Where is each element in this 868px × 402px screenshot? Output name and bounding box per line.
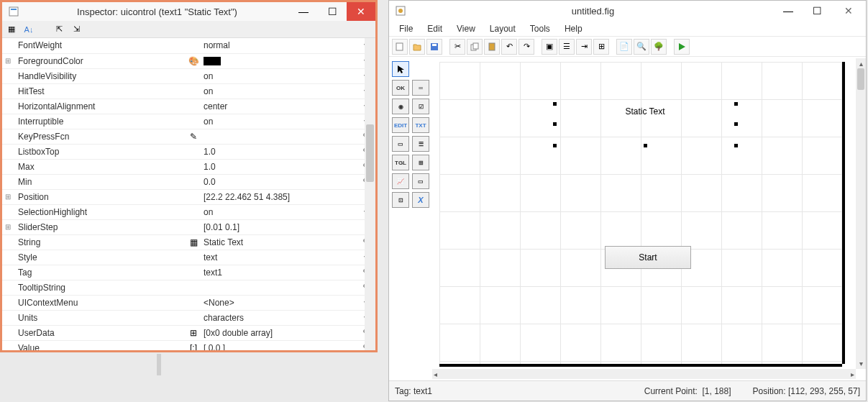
property-value[interactable] [201, 129, 360, 144]
paste-icon[interactable] [484, 39, 500, 55]
property-row[interactable]: Styletext▾ [2, 250, 373, 265]
minimize-button[interactable]: — [289, 2, 318, 21]
mfile-editor-icon[interactable]: 📄 [616, 39, 632, 55]
property-value[interactable]: on [201, 114, 360, 129]
property-row[interactable]: Min0.0✎ [2, 174, 373, 189]
expand-icon[interactable]: ⇱ [52, 23, 65, 36]
palette-activex[interactable]: X [412, 192, 429, 208]
property-row[interactable]: SelectionHighlighton▾ [2, 204, 373, 219]
redo-icon[interactable]: ↷ [518, 39, 534, 55]
property-value[interactable]: on [201, 68, 360, 83]
palette-text[interactable]: TXT [412, 117, 429, 133]
scrollbar-thumb[interactable] [857, 68, 864, 90]
categorize-icon[interactable]: ▦ [5, 23, 18, 36]
toolbar-editor-icon[interactable]: ⊞ [593, 39, 609, 55]
property-type-icon[interactable]: ✎ [186, 129, 201, 144]
property-row[interactable]: Unitscharacters▾ [2, 310, 373, 325]
palette-edit[interactable]: EDIT [392, 117, 409, 133]
property-value[interactable]: [0.01 0.1] [201, 219, 360, 234]
property-row[interactable]: ⊞ForegroundColor🎨▾ [2, 53, 373, 68]
property-value[interactable]: 1.0 [201, 159, 360, 174]
property-value[interactable]: text [201, 250, 360, 265]
property-row[interactable]: Interruptibleon▾ [2, 114, 373, 129]
scrollbar-vertical[interactable] [365, 38, 375, 350]
property-value[interactable]: 1.0 [201, 144, 360, 159]
collapse-icon[interactable]: ⇲ [70, 23, 83, 36]
property-row[interactable]: Tagtext1✎ [2, 265, 373, 280]
property-type-icon[interactable]: [:] [186, 340, 201, 350]
palette-listbox[interactable]: ☰ [412, 136, 429, 152]
open-icon[interactable] [409, 39, 425, 55]
property-row[interactable]: ⊞SliderStep[0.01 0.1] [2, 219, 373, 234]
palette-buttongroup[interactable]: ⊡ [392, 192, 409, 208]
property-row[interactable]: HitTeston▾ [2, 83, 373, 99]
property-value[interactable]: 0.0 [201, 174, 360, 189]
palette-axes[interactable]: 📈 [392, 173, 409, 189]
property-type-icon[interactable]: ▦ [186, 234, 201, 250]
property-row[interactable]: String▦Static Text✎ [2, 234, 373, 250]
sort-az-icon[interactable]: A↓ [22, 23, 35, 36]
object-browser-icon[interactable]: 🌳 [651, 39, 667, 55]
property-value[interactable]: on [201, 204, 360, 219]
property-value[interactable]: characters [201, 310, 360, 325]
property-value[interactable] [201, 280, 360, 295]
fig-close-button[interactable]: ✕ [831, 1, 866, 20]
tab-order-icon[interactable]: ⇥ [576, 39, 592, 55]
resize-handle-e[interactable] [734, 122, 738, 126]
resize-handle-nw[interactable] [553, 102, 557, 106]
palette-panel[interactable]: ▭ [412, 173, 429, 189]
resize-handle-ne[interactable] [734, 102, 738, 106]
expand-toggle[interactable]: ⊞ [2, 189, 14, 204]
save-icon[interactable] [426, 39, 442, 55]
palette-pushbutton[interactable]: OK [392, 80, 409, 96]
run-icon[interactable] [674, 39, 690, 55]
property-value[interactable]: text1 [201, 265, 360, 280]
inspector-titlebar[interactable]: Inspector: uicontrol (text1 "Static Text… [2, 2, 375, 21]
property-row[interactable]: FontWeightnormal▾ [2, 38, 373, 53]
property-type-icon[interactable]: ⊞ [186, 325, 201, 340]
figure-canvas[interactable]: Static Text Start [439, 62, 842, 364]
canvas-scrollbar-horizontal[interactable]: ◂▸ [432, 369, 856, 379]
property-value[interactable]: [ 0.0 ] [201, 340, 360, 350]
property-row[interactable]: HandleVisibilityon▾ [2, 68, 373, 83]
close-button[interactable]: ✕ [347, 2, 375, 21]
menu-file[interactable]: File [393, 22, 419, 35]
align-icon[interactable]: ▣ [542, 39, 557, 55]
property-row[interactable]: Max1.0✎ [2, 159, 373, 174]
menu-view[interactable]: View [451, 22, 481, 35]
property-row[interactable]: ListboxTop1.0✎ [2, 144, 373, 159]
palette-checkbox[interactable]: ☑ [412, 99, 429, 114]
new-icon[interactable] [392, 39, 408, 55]
figure-titlebar[interactable]: untitled.fig — ☐ ✕ [389, 1, 866, 21]
menu-editor-icon[interactable]: ☰ [559, 39, 575, 55]
scrollbar-thumb[interactable] [366, 124, 374, 182]
maximize-button[interactable]: ☐ [318, 2, 347, 21]
cut-icon[interactable]: ✂ [449, 39, 465, 55]
menu-tools[interactable]: Tools [524, 22, 556, 35]
fig-minimize-button[interactable]: — [774, 1, 803, 20]
menu-edit[interactable]: Edit [421, 22, 448, 35]
property-type-icon[interactable]: 🎨 [186, 53, 201, 68]
property-row[interactable]: UserData⊞[0x0 double array]✎ [2, 325, 373, 340]
palette-table[interactable]: ⊞ [412, 155, 429, 170]
start-button[interactable]: Start [605, 246, 691, 269]
palette-togglebutton[interactable]: TGL [392, 155, 409, 170]
property-value[interactable]: on [201, 83, 360, 99]
palette-popupmenu[interactable]: ▭ [392, 136, 409, 152]
property-row[interactable]: Value[:][ 0.0 ]✎ [2, 340, 373, 350]
property-value[interactable]: <None> [201, 295, 360, 310]
property-row[interactable]: UIContextMenu<None>▾ [2, 295, 373, 310]
property-value[interactable]: center [201, 99, 360, 114]
palette-radiobutton[interactable]: ◉ [392, 99, 409, 114]
menu-layout[interactable]: Layout [484, 22, 521, 35]
fig-maximize-button[interactable]: ☐ [803, 1, 831, 20]
canvas-scrollbar-vertical[interactable]: ▴▾ [856, 58, 866, 369]
palette-select-tool[interactable] [392, 61, 409, 77]
property-row[interactable]: HorizontalAlignmentcenter▾ [2, 99, 373, 114]
property-row[interactable]: KeyPressFcn✎✎ [2, 129, 373, 144]
resize-handle-s[interactable] [644, 144, 647, 147]
property-inspector-icon[interactable]: 🔍 [634, 39, 649, 55]
expand-toggle[interactable]: ⊞ [2, 219, 14, 234]
copy-icon[interactable] [467, 39, 483, 55]
property-value[interactable]: [0x0 double array] [201, 325, 360, 340]
